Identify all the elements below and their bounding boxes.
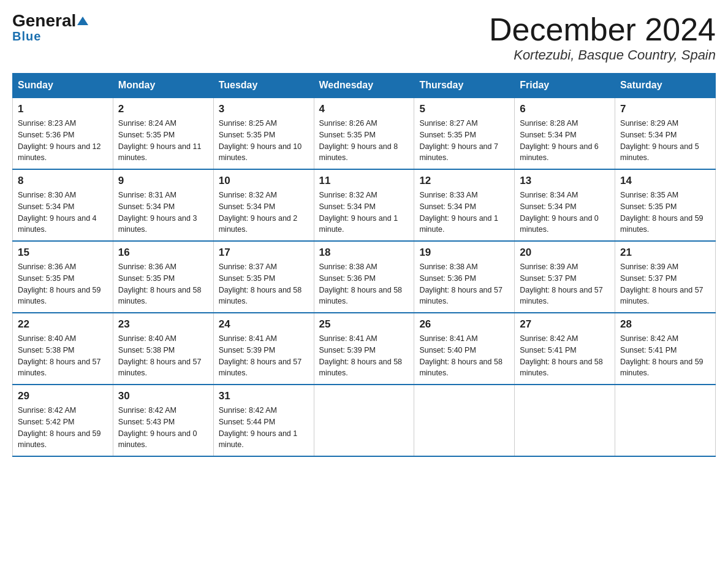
calendar-week-row: 1Sunrise: 8:23 AMSunset: 5:36 PMDaylight…	[13, 98, 716, 169]
day-info: Sunrise: 8:42 AMSunset: 5:43 PMDaylight:…	[118, 405, 208, 451]
day-info: Sunrise: 8:36 AMSunset: 5:35 PMDaylight:…	[18, 261, 108, 307]
day-info: Sunrise: 8:41 AMSunset: 5:39 PMDaylight:…	[219, 333, 309, 379]
day-info: Sunrise: 8:41 AMSunset: 5:39 PMDaylight:…	[319, 333, 409, 379]
table-row: 1Sunrise: 8:23 AMSunset: 5:36 PMDaylight…	[13, 98, 113, 169]
svg-marker-0	[77, 17, 88, 25]
day-info: Sunrise: 8:42 AMSunset: 5:42 PMDaylight:…	[18, 405, 108, 451]
calendar-week-row: 29Sunrise: 8:42 AMSunset: 5:42 PMDayligh…	[13, 385, 716, 456]
day-number: 2	[118, 103, 208, 115]
day-info: Sunrise: 8:30 AMSunset: 5:34 PMDaylight:…	[18, 190, 108, 236]
day-info: Sunrise: 8:32 AMSunset: 5:34 PMDaylight:…	[319, 190, 409, 236]
day-number: 18	[319, 247, 409, 259]
day-number: 27	[520, 318, 610, 331]
day-info: Sunrise: 8:41 AMSunset: 5:40 PMDaylight:…	[419, 333, 509, 379]
day-number: 19	[419, 247, 509, 259]
table-row: 22Sunrise: 8:40 AMSunset: 5:38 PMDayligh…	[13, 313, 113, 385]
day-info: Sunrise: 8:24 AMSunset: 5:35 PMDaylight:…	[118, 118, 208, 164]
logo-general: General	[12, 12, 88, 29]
header-saturday: Saturday	[615, 74, 716, 98]
title-block: December 2024 Kortezubi, Basque Country,…	[489, 12, 716, 63]
day-number: 29	[18, 390, 108, 402]
header-thursday: Thursday	[414, 74, 515, 98]
day-number: 4	[319, 103, 409, 115]
day-number: 13	[520, 175, 610, 187]
day-number: 31	[219, 390, 309, 402]
day-number: 3	[219, 103, 309, 115]
day-number: 17	[219, 247, 309, 259]
day-info: Sunrise: 8:39 AMSunset: 5:37 PMDaylight:…	[520, 261, 610, 307]
day-info: Sunrise: 8:40 AMSunset: 5:38 PMDaylight:…	[18, 333, 108, 379]
table-row	[515, 385, 615, 456]
day-number: 22	[18, 318, 108, 331]
calendar-week-row: 15Sunrise: 8:36 AMSunset: 5:35 PMDayligh…	[13, 241, 716, 313]
table-row: 7Sunrise: 8:29 AMSunset: 5:34 PMDaylight…	[615, 98, 716, 169]
table-row: 25Sunrise: 8:41 AMSunset: 5:39 PMDayligh…	[314, 313, 414, 385]
day-number: 25	[319, 318, 409, 331]
day-number: 8	[18, 175, 108, 187]
day-info: Sunrise: 8:34 AMSunset: 5:34 PMDaylight:…	[520, 190, 610, 236]
day-number: 14	[620, 175, 710, 187]
day-number: 16	[118, 247, 208, 259]
day-number: 1	[18, 103, 108, 115]
table-row	[615, 385, 716, 456]
table-row: 17Sunrise: 8:37 AMSunset: 5:35 PMDayligh…	[213, 241, 314, 313]
calendar-week-row: 22Sunrise: 8:40 AMSunset: 5:38 PMDayligh…	[13, 313, 716, 385]
day-info: Sunrise: 8:42 AMSunset: 5:44 PMDaylight:…	[219, 405, 309, 451]
table-row: 29Sunrise: 8:42 AMSunset: 5:42 PMDayligh…	[13, 385, 113, 456]
day-info: Sunrise: 8:42 AMSunset: 5:41 PMDaylight:…	[620, 333, 710, 379]
table-row: 26Sunrise: 8:41 AMSunset: 5:40 PMDayligh…	[414, 313, 515, 385]
day-number: 12	[419, 175, 509, 187]
header-friday: Friday	[515, 74, 615, 98]
day-number: 7	[620, 103, 710, 115]
header-tuesday: Tuesday	[213, 74, 314, 98]
calendar-table: Sunday Monday Tuesday Wednesday Thursday…	[12, 73, 716, 457]
day-number: 26	[419, 318, 509, 331]
day-number: 9	[118, 175, 208, 187]
table-row: 16Sunrise: 8:36 AMSunset: 5:35 PMDayligh…	[113, 241, 213, 313]
table-row: 30Sunrise: 8:42 AMSunset: 5:43 PMDayligh…	[113, 385, 213, 456]
day-number: 28	[620, 318, 710, 331]
table-row: 23Sunrise: 8:40 AMSunset: 5:38 PMDayligh…	[113, 313, 213, 385]
table-row: 6Sunrise: 8:28 AMSunset: 5:34 PMDaylight…	[515, 98, 615, 169]
table-row: 13Sunrise: 8:34 AMSunset: 5:34 PMDayligh…	[515, 169, 615, 241]
day-info: Sunrise: 8:39 AMSunset: 5:37 PMDaylight:…	[620, 261, 710, 307]
table-row: 18Sunrise: 8:38 AMSunset: 5:36 PMDayligh…	[314, 241, 414, 313]
day-number: 23	[118, 318, 208, 331]
table-row: 2Sunrise: 8:24 AMSunset: 5:35 PMDaylight…	[113, 98, 213, 169]
day-info: Sunrise: 8:38 AMSunset: 5:36 PMDaylight:…	[419, 261, 509, 307]
table-row: 19Sunrise: 8:38 AMSunset: 5:36 PMDayligh…	[414, 241, 515, 313]
table-row: 8Sunrise: 8:30 AMSunset: 5:34 PMDaylight…	[13, 169, 113, 241]
table-row: 12Sunrise: 8:33 AMSunset: 5:34 PMDayligh…	[414, 169, 515, 241]
day-info: Sunrise: 8:37 AMSunset: 5:35 PMDaylight:…	[219, 261, 309, 307]
table-row: 31Sunrise: 8:42 AMSunset: 5:44 PMDayligh…	[213, 385, 314, 456]
table-row: 15Sunrise: 8:36 AMSunset: 5:35 PMDayligh…	[13, 241, 113, 313]
day-info: Sunrise: 8:26 AMSunset: 5:35 PMDaylight:…	[319, 118, 409, 164]
day-number: 24	[219, 318, 309, 331]
day-number: 21	[620, 247, 710, 259]
logo: General Blue	[12, 12, 88, 44]
table-row: 9Sunrise: 8:31 AMSunset: 5:34 PMDaylight…	[113, 169, 213, 241]
table-row: 14Sunrise: 8:35 AMSunset: 5:35 PMDayligh…	[615, 169, 716, 241]
day-info: Sunrise: 8:36 AMSunset: 5:35 PMDaylight:…	[118, 261, 208, 307]
day-info: Sunrise: 8:35 AMSunset: 5:35 PMDaylight:…	[620, 190, 710, 236]
table-row: 4Sunrise: 8:26 AMSunset: 5:35 PMDaylight…	[314, 98, 414, 169]
calendar-week-row: 8Sunrise: 8:30 AMSunset: 5:34 PMDaylight…	[13, 169, 716, 241]
day-number: 6	[520, 103, 610, 115]
month-title: December 2024	[489, 12, 716, 47]
day-info: Sunrise: 8:38 AMSunset: 5:36 PMDaylight:…	[319, 261, 409, 307]
day-info: Sunrise: 8:42 AMSunset: 5:41 PMDaylight:…	[520, 333, 610, 379]
table-row: 20Sunrise: 8:39 AMSunset: 5:37 PMDayligh…	[515, 241, 615, 313]
day-number: 20	[520, 247, 610, 259]
day-info: Sunrise: 8:27 AMSunset: 5:35 PMDaylight:…	[419, 118, 509, 164]
logo-blue-text: Blue	[12, 29, 41, 44]
day-info: Sunrise: 8:33 AMSunset: 5:34 PMDaylight:…	[419, 190, 509, 236]
table-row	[314, 385, 414, 456]
table-row: 24Sunrise: 8:41 AMSunset: 5:39 PMDayligh…	[213, 313, 314, 385]
day-number: 30	[118, 390, 208, 402]
day-info: Sunrise: 8:40 AMSunset: 5:38 PMDaylight:…	[118, 333, 208, 379]
header-sunday: Sunday	[13, 74, 113, 98]
calendar-header-row: Sunday Monday Tuesday Wednesday Thursday…	[13, 74, 716, 98]
day-info: Sunrise: 8:23 AMSunset: 5:36 PMDaylight:…	[18, 118, 108, 164]
day-number: 5	[419, 103, 509, 115]
day-number: 15	[18, 247, 108, 259]
